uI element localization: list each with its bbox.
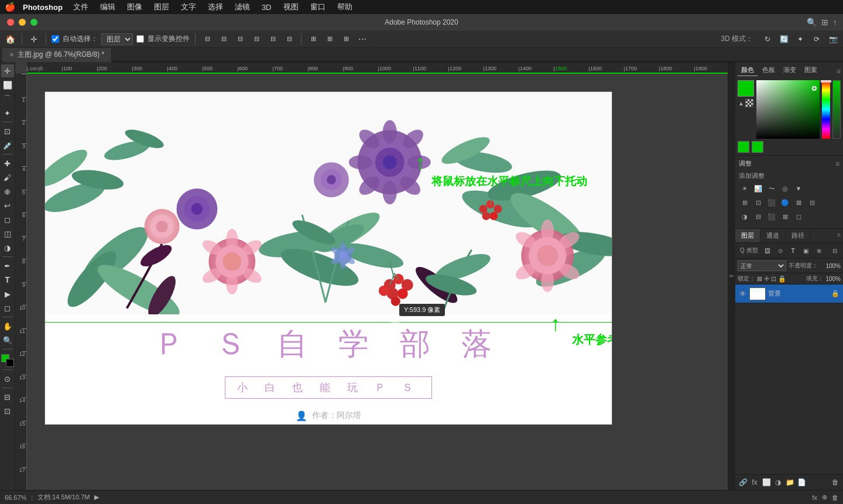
3d-camera-icon[interactable]: 📷 [827, 33, 839, 46]
posterize-btn[interactable]: ⊟ [752, 211, 764, 222]
close-button[interactable] [7, 19, 14, 26]
pattern-tab[interactable]: 图案 [801, 64, 821, 76]
layers-tab[interactable]: 图层 [735, 229, 760, 242]
new-group-btn[interactable]: 📁 [784, 477, 795, 488]
photo-filter-btn[interactable]: 🔵 [779, 197, 791, 208]
artboard-tool[interactable]: ⊡ [1, 404, 14, 417]
delete-layer-btn[interactable]: 🗑 [830, 477, 841, 488]
menu-photoshop[interactable]: Photoshop [23, 3, 63, 12]
filter-pixel-icon[interactable]: 🖼 [762, 245, 773, 256]
arrange-icon[interactable]: ⊞ [821, 18, 828, 27]
share-icon[interactable]: ↑ [833, 18, 837, 27]
invert-btn[interactable]: ◑ [739, 211, 751, 222]
color-lookup-btn[interactable]: ⊟ [806, 197, 818, 208]
delete-statusbar-icon[interactable]: 🗑 [832, 494, 838, 501]
distribute-h-icon[interactable]: ⊞ [307, 33, 320, 46]
curves-btn[interactable]: 〜 [766, 183, 777, 194]
history-tool[interactable]: ↩ [1, 199, 14, 212]
color-gradient-picker[interactable] [756, 80, 820, 139]
auto-select-checkbox[interactable] [52, 35, 59, 43]
canvas-area[interactable]: -100 0 100 200 300 400 500 600 700 800 9… [15, 62, 728, 490]
align-bottom-icon[interactable]: ⊟ [283, 33, 296, 46]
show-transform-checkbox[interactable] [136, 35, 144, 43]
layers-panel-menu[interactable]: ≡ [835, 229, 843, 242]
gradient-map-btn[interactable]: ⊠ [779, 211, 791, 222]
lock-artboard-icon[interactable]: ⊡ [771, 275, 776, 283]
lock-pixels-icon[interactable]: ⊠ [757, 275, 762, 283]
lasso-tool[interactable]: ⌒ [1, 92, 14, 105]
brightness-contrast-btn[interactable]: ☀ [739, 183, 751, 194]
3d-rotate-icon[interactable]: ↻ [761, 33, 774, 46]
dodge-tool[interactable]: ◑ [1, 241, 14, 254]
lock-all-icon[interactable]: 🔒 [778, 275, 786, 283]
document-tab[interactable]: ✕ 主图.jpg @ 66.7%(RGB/8) * [2, 48, 112, 62]
foreground-background-colors[interactable] [1, 354, 14, 367]
color-reset-icon[interactable]: ▲ [738, 100, 744, 107]
layer-item[interactable]: 👁 背景 🔒 [735, 284, 843, 303]
brush-tool[interactable]: 🖌 [1, 171, 14, 184]
crop-tool[interactable]: ⊡ [1, 125, 14, 138]
align-right-icon[interactable]: ⊟ [234, 33, 246, 46]
create-layer-icon[interactable]: ⊕ [822, 493, 827, 501]
menu-filter[interactable]: 滤镜 [230, 2, 255, 12]
background-color-swatch[interactable] [6, 359, 14, 367]
menu-image[interactable]: 图像 [122, 2, 147, 12]
color-sample-2[interactable] [752, 141, 763, 153]
bw-btn[interactable]: ⬛ [766, 197, 777, 208]
search-icon[interactable]: 🔍 [807, 18, 817, 27]
menu-text[interactable]: 文字 [176, 2, 201, 12]
exposure-btn[interactable]: ◎ [779, 183, 791, 194]
close-tab-icon[interactable]: ✕ [9, 52, 14, 58]
auto-select-dropdown[interactable]: 图层 组 [101, 33, 133, 45]
vibrance-btn[interactable]: ▼ [793, 183, 804, 194]
menu-view[interactable]: 视图 [279, 2, 303, 12]
3d-orbit-icon[interactable]: ⟳ [810, 33, 823, 46]
text-tool[interactable]: T [1, 273, 14, 286]
marquee-tool[interactable]: ⬜ [1, 78, 14, 91]
new-adjustment-btn[interactable]: ◑ [773, 477, 783, 488]
3d-scale-icon[interactable]: ✦ [794, 33, 807, 46]
color-balance-btn[interactable]: ⊡ [752, 197, 764, 208]
zoom-tool[interactable]: 🔍 [1, 334, 14, 347]
lock-position-icon[interactable]: ✛ [764, 275, 769, 283]
hsl-btn[interactable]: ⊞ [739, 197, 751, 208]
menu-select[interactable]: 选择 [203, 2, 228, 12]
align-center-h-icon[interactable]: ⊟ [266, 33, 279, 46]
more-info-icon[interactable]: ▶ [94, 493, 99, 501]
levels-btn[interactable]: 📊 [752, 183, 764, 194]
filter-smart-icon[interactable]: ⊕ [813, 245, 825, 256]
menu-3d[interactable]: 3D [257, 3, 276, 12]
layer-visibility-toggle[interactable]: 👁 [739, 290, 747, 298]
menu-layer[interactable]: 图层 [149, 2, 174, 12]
link-layers-btn[interactable]: 🔗 [738, 477, 748, 488]
filter-text-icon[interactable]: T [787, 245, 799, 256]
menu-edit[interactable]: 编辑 [95, 2, 120, 12]
align-center-v-icon[interactable]: ⊟ [217, 33, 230, 46]
pen-tool[interactable]: ✒ [1, 259, 14, 272]
move-tool-icon[interactable]: ✛ [28, 33, 40, 46]
align-left-icon[interactable]: ⊟ [201, 33, 214, 46]
swatches-tab[interactable]: 色板 [759, 64, 779, 76]
channels-tab[interactable]: 通道 [760, 229, 786, 242]
color-sample-1[interactable] [738, 141, 749, 153]
threshold-btn[interactable]: ⬛ [766, 211, 777, 222]
eraser-tool[interactable]: ◻ [1, 213, 14, 226]
screen-mode-btn[interactable]: ⊟ [1, 390, 14, 403]
magic-wand-tool[interactable]: ✦ [1, 107, 14, 119]
stamp-tool[interactable]: ⊕ [1, 185, 14, 198]
menu-help[interactable]: 帮助 [333, 2, 357, 12]
align-top-icon[interactable]: ⊟ [250, 33, 263, 46]
add-style-btn[interactable]: fx [749, 477, 760, 488]
path-select-tool[interactable]: ▶ [1, 287, 14, 300]
selective-color-btn[interactable]: ◻ [793, 211, 804, 222]
guide-line-horizontal[interactable] [45, 322, 612, 323]
layer-filter-type[interactable]: Q 类型 [738, 246, 760, 255]
alpha-slider[interactable] [832, 80, 841, 139]
panel-collapse-button[interactable]: ≫ [728, 62, 735, 490]
filter-shape-icon[interactable]: ▣ [800, 245, 812, 256]
menu-window[interactable]: 窗口 [306, 2, 330, 12]
menu-file[interactable]: 文件 [68, 2, 93, 12]
eyedropper-tool[interactable]: 💉 [1, 139, 14, 152]
color-tab[interactable]: 颜色 [738, 64, 758, 76]
apple-menu[interactable]: 🍎 [5, 2, 16, 12]
